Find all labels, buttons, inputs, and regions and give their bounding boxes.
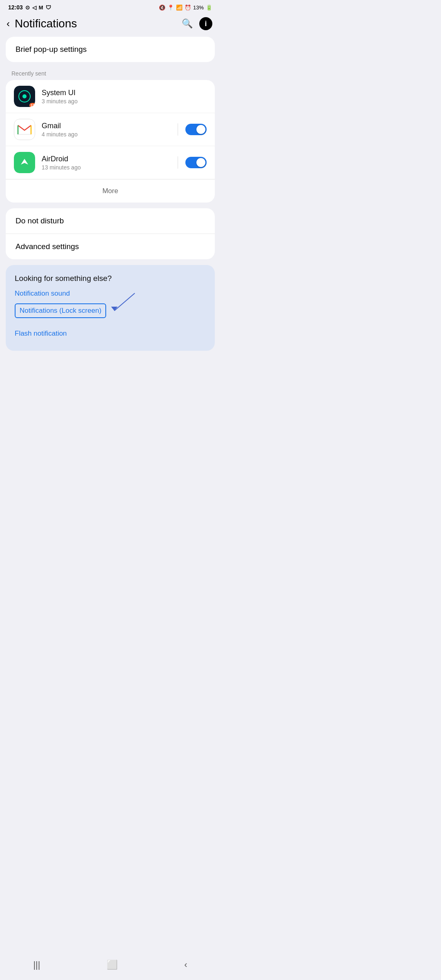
- systemui-dot: [22, 94, 27, 98]
- systemui-name: System UI: [42, 89, 207, 97]
- battery-icon: 🔋: [206, 4, 212, 11]
- advanced-settings-item[interactable]: Advanced settings: [6, 234, 215, 259]
- gmail-info: Gmail 4 minutes ago: [42, 122, 178, 138]
- page-title: Notifications: [15, 17, 77, 30]
- airdroid-time: 13 minutes ago: [42, 164, 178, 171]
- gmail-status-icon: M: [39, 4, 43, 11]
- systemui-icon-wrap: 11: [14, 86, 35, 107]
- airdroid-icon-wrap: [14, 152, 35, 173]
- gmail-toggle-wrap: [178, 123, 207, 136]
- location-icon: 📍: [167, 4, 174, 11]
- airdroid-info: AirDroid 13 minutes ago: [42, 155, 178, 171]
- gmail-name: Gmail: [42, 122, 178, 130]
- battery-percent: 13%: [193, 4, 204, 11]
- info-button[interactable]: i: [199, 17, 212, 30]
- systemui-circle: [18, 90, 31, 102]
- airdroid-toggle[interactable]: [185, 157, 207, 168]
- flash-notification-link[interactable]: Flash notification: [15, 330, 206, 338]
- app-row-gmail[interactable]: Gmail 4 minutes ago: [6, 113, 215, 146]
- wifi-icon: 📶: [176, 4, 183, 11]
- arrow-annotation: [102, 291, 143, 316]
- brief-popup-item[interactable]: Brief pop-up settings: [6, 37, 215, 62]
- svg-line-1: [114, 293, 135, 311]
- gmail-time: 4 minutes ago: [42, 131, 178, 138]
- status-right: 🔇 📍 📶 ⏰ 13% 🔋: [159, 4, 212, 11]
- search-button[interactable]: 🔍: [182, 18, 193, 29]
- app-row-airdroid[interactable]: AirDroid 13 minutes ago: [6, 146, 215, 179]
- recently-sent-label: Recently sent: [0, 68, 220, 80]
- airdroid-divider: [178, 156, 178, 169]
- gmail-divider: [178, 123, 178, 136]
- back-button[interactable]: ‹: [7, 19, 10, 29]
- timer-icon: ⊙: [25, 4, 30, 11]
- status-left: 12:03 ⊙ ◁ M 🛡: [8, 4, 51, 11]
- volume-icon: ◁: [32, 4, 36, 11]
- systemui-badge: 11: [29, 103, 35, 107]
- systemui-info: System UI 3 minutes ago: [42, 89, 207, 105]
- page-header: ‹ Notifications 🔍 i: [0, 13, 220, 37]
- gmail-icon: [14, 119, 35, 140]
- settings-card: Do not disturb Advanced settings: [6, 208, 215, 259]
- time-display: 12:03: [8, 4, 23, 11]
- suggestion-title: Looking for something else?: [15, 274, 206, 283]
- suggestion-box: Looking for something else? Notification…: [6, 265, 215, 351]
- recently-sent-card: 11 System UI 3 minutes ago Gmail 4 minut…: [6, 80, 215, 203]
- systemui-icon: 11: [14, 86, 35, 107]
- brief-popup-card: Brief pop-up settings: [6, 37, 215, 62]
- mute-icon: 🔇: [159, 4, 165, 11]
- gmail-icon-wrap: [14, 119, 35, 140]
- airdroid-name: AirDroid: [42, 155, 178, 163]
- more-button[interactable]: More: [6, 179, 215, 203]
- app-row-systemui[interactable]: 11 System UI 3 minutes ago: [6, 80, 215, 113]
- gmail-toggle[interactable]: [185, 124, 207, 135]
- status-bar: 12:03 ⊙ ◁ M 🛡 🔇 📍 📶 ⏰ 13% 🔋: [0, 0, 220, 13]
- systemui-time: 3 minutes ago: [42, 98, 207, 105]
- do-not-disturb-item[interactable]: Do not disturb: [6, 208, 215, 234]
- shield-icon: 🛡: [46, 4, 51, 11]
- alarm-icon: ⏰: [185, 4, 191, 11]
- airdroid-icon: [14, 152, 35, 173]
- lock-screen-notifications-link[interactable]: Notifications (Lock screen): [15, 303, 106, 318]
- airdroid-toggle-wrap: [178, 156, 207, 169]
